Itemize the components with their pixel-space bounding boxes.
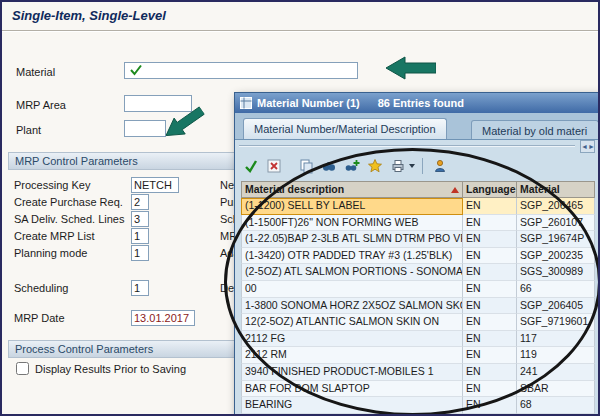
title-separator xyxy=(2,30,598,32)
personal-value-list-button[interactable] xyxy=(430,156,450,176)
param-label: Create MRP List xyxy=(14,230,95,242)
param-label: MRP Date xyxy=(14,312,65,324)
cell-material: 68 xyxy=(517,397,595,414)
param-label: Processing Key xyxy=(14,179,90,191)
page-title: Single-Item, Single-Level xyxy=(12,8,166,23)
cell-description: 1-3800 SONOMA HORZ 2X5OZ SALMON SKON xyxy=(241,298,463,315)
dialog-entries-count: 86 Entries found xyxy=(378,97,464,109)
cell-language: EN xyxy=(463,198,517,215)
process-params-header: Process Control Parameters xyxy=(8,340,236,358)
tab-material-number-description[interactable]: Material Number/Material Description xyxy=(243,118,447,139)
find-next-button[interactable] xyxy=(342,156,362,176)
toolbar-divider xyxy=(422,158,423,174)
cell-description: BAR FOR BOM SLAPTOP xyxy=(241,381,463,398)
param-label: SA Deliv. Sched. Lines xyxy=(14,213,124,225)
cell-description: BEARING xyxy=(241,397,463,414)
favorites-button[interactable] xyxy=(365,156,385,176)
material-input[interactable] xyxy=(124,62,358,79)
close-button[interactable] xyxy=(264,156,284,176)
tab-scroll-button[interactable]: ◄► xyxy=(580,140,595,153)
processing-key-input[interactable] xyxy=(131,177,179,193)
column-header-material[interactable]: Material xyxy=(517,181,595,198)
mrp-date-input[interactable] xyxy=(131,310,195,326)
param-label: Scheduling xyxy=(14,282,68,294)
param-label: Planning mode xyxy=(14,247,87,259)
plant-label: Plant xyxy=(16,124,41,136)
mrp-params-header: MRP Control Parameters xyxy=(8,152,236,170)
table-row[interactable]: BAR FOR BOM SLAPTOP EN SBAR xyxy=(241,381,595,398)
cell-material: SGP_19674P xyxy=(517,231,595,248)
tab-material-by-old-number[interactable]: Material by old materi xyxy=(471,120,599,139)
table-row[interactable]: (2-5OZ) ATL SALMON PORTIONS - SONOMA EN … xyxy=(241,264,595,281)
display-results-label: Display Results Prior to Saving xyxy=(35,363,186,375)
table-row[interactable]: 1-3800 SONOMA HORZ 2X5OZ SALMON SKON EN … xyxy=(241,298,595,315)
cell-language: EN xyxy=(463,298,517,315)
find-button[interactable] xyxy=(319,156,339,176)
cell-language: EN xyxy=(463,248,517,265)
dialog-tabstrip: Material Number/Material Description Mat… xyxy=(235,113,599,140)
cell-material: 241 xyxy=(517,364,595,381)
cell-language: EN xyxy=(463,231,517,248)
dialog-titlebar[interactable]: Material Number (1) 86 Entries found xyxy=(235,93,599,113)
cell-material: 119 xyxy=(517,347,595,364)
cell-material: SGP_206405 xyxy=(517,298,595,315)
copy-button[interactable] xyxy=(296,156,316,176)
table-header-row: Material description Language Material xyxy=(241,181,595,198)
cell-description: 00 xyxy=(241,281,463,298)
cell-description: 2112 FG xyxy=(241,331,463,348)
table-row[interactable]: 2112 RM EN 119 xyxy=(241,347,595,364)
column-header-description[interactable]: Material description xyxy=(241,181,463,198)
cell-description: (1-22.05)BAP 2-3LB ATL SLMN DTRM PBO VP xyxy=(241,231,463,248)
favorites-star-icon xyxy=(367,158,383,174)
annotation-arrow-material xyxy=(386,56,436,80)
find-next-icon xyxy=(344,158,360,174)
create-mrp-list-input[interactable] xyxy=(131,228,149,244)
cell-description: (1-1500FT)26" NON FORMING WEB xyxy=(241,215,463,232)
print-options-caret-icon[interactable] xyxy=(409,164,415,168)
cell-language: EN xyxy=(463,264,517,281)
sap-window: Single-Item, Single-Level Material MRP A… xyxy=(0,0,600,416)
accept-button[interactable] xyxy=(241,156,261,176)
table-row[interactable]: (1-1500FT)26" NON FORMING WEB EN SGP_260… xyxy=(241,215,595,232)
planning-mode-input[interactable] xyxy=(131,245,149,261)
cell-material: SGP_200235 xyxy=(517,248,595,265)
cell-material: SGS_300989 xyxy=(517,264,595,281)
table-row[interactable]: (1-1200) SELL BY LABEL EN SGP_206465 xyxy=(241,198,595,215)
cell-language: EN xyxy=(463,314,517,331)
create-purchase-req-input[interactable] xyxy=(131,194,149,210)
table-row[interactable]: (1-3420) OTR PADDED TRAY #3 (1.25'BLK) E… xyxy=(241,248,595,265)
plant-input[interactable] xyxy=(124,120,166,137)
cell-language: EN xyxy=(463,397,517,414)
print-button[interactable] xyxy=(388,156,408,176)
scheduling-input[interactable] xyxy=(131,280,149,296)
table-row[interactable]: BEARING EN 68 xyxy=(241,397,595,414)
cell-material: SGP_206465 xyxy=(517,198,595,215)
cell-language: EN xyxy=(463,281,517,298)
table-row[interactable]: 2112 FG EN 117 xyxy=(241,331,595,348)
cell-language: EN xyxy=(463,364,517,381)
table-row[interactable]: 12(2-5OZ) ATLANTIC SALMON SKIN ON EN SGF… xyxy=(241,314,595,331)
copy-icon xyxy=(298,158,314,174)
find-icon xyxy=(321,158,337,174)
cell-material: SGF_9719601 xyxy=(517,314,595,331)
cell-material: 117 xyxy=(517,331,595,348)
sa-deliv-sched-input[interactable] xyxy=(131,211,149,227)
table-row[interactable]: 00 EN 66 xyxy=(241,281,595,298)
material-search-dialog: Material Number (1) 86 Entries found Mat… xyxy=(234,92,600,416)
column-header-language[interactable]: Language xyxy=(463,181,517,198)
print-icon xyxy=(390,158,406,174)
cell-description: 2112 RM xyxy=(241,347,463,364)
value-list-icon xyxy=(240,97,252,109)
cell-description: 12(2-5OZ) ATLANTIC SALMON SKIN ON xyxy=(241,314,463,331)
personal-list-icon xyxy=(432,158,448,174)
table-row[interactable]: 3940 FINISHED PRODUCT-MOBILES 1 EN 241 xyxy=(241,364,595,381)
cell-description: (2-5OZ) ATL SALMON PORTIONS - SONOMA xyxy=(241,264,463,281)
param-label: Create Purchase Req. xyxy=(14,196,123,208)
cell-language: EN xyxy=(463,381,517,398)
cell-description: (1-1200) SELL BY LABEL xyxy=(241,198,463,215)
cell-description: (1-3420) OTR PADDED TRAY #3 (1.25'BLK) xyxy=(241,248,463,265)
display-results-checkbox[interactable] xyxy=(16,362,29,375)
close-icon xyxy=(266,158,282,174)
material-label: Material xyxy=(16,66,55,78)
table-row[interactable]: (1-22.05)BAP 2-3LB ATL SLMN DTRM PBO VP … xyxy=(241,231,595,248)
